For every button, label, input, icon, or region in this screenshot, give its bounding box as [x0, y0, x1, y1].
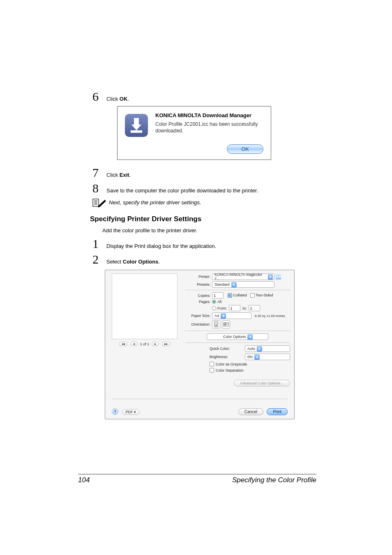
note: Next, specify the printer driver setting… — [92, 198, 314, 207]
dropdown-arrow-icon — [268, 274, 273, 280]
orientation-landscape-button[interactable] — [222, 320, 230, 328]
pages-to-input[interactable] — [249, 305, 260, 311]
step-number: 8 — [92, 181, 105, 195]
pages-from-label: From: — [217, 306, 227, 310]
svg-rect-1 — [131, 130, 142, 133]
ok-button[interactable]: OK — [227, 144, 263, 154]
advanced-color-options-button[interactable]: Advanced Color Options… — [234, 380, 290, 386]
pdf-menu-button[interactable]: PDF ▾ — [122, 409, 140, 415]
brightness-label: Brightness: — [210, 355, 245, 359]
step-1b: 1 Display the Print dialog box for the a… — [92, 237, 314, 251]
step-2b: 2 Select Color Options. — [92, 252, 314, 266]
presets-label: Presets: — [185, 282, 210, 287]
two-sided-checkbox[interactable] — [250, 293, 255, 298]
pages-label: Pages: — [185, 300, 210, 304]
step-text: Display the Print dialog box for the app… — [106, 243, 216, 249]
printer-label: Printer: — [185, 275, 210, 279]
preview-prev-button[interactable]: ◂ — [130, 342, 138, 346]
step-text: Click Exit. — [106, 172, 131, 178]
step-text: Select Color Options. — [106, 259, 160, 265]
step-text: Click OK. — [106, 96, 129, 102]
color-separation-label: Color Separation — [216, 368, 244, 372]
pages-from-input[interactable] — [229, 305, 240, 311]
page-number: 104 — [78, 476, 90, 484]
print-preview-thumbnail — [112, 273, 178, 339]
section-heading: Specifying Printer Driver Settings — [90, 215, 314, 223]
download-manager-dialog: KONICA MINOLTA Download Manager Color Pr… — [117, 106, 271, 160]
step-7: 7 Click Exit. — [92, 166, 314, 180]
svg-rect-2 — [93, 199, 99, 206]
dialog-title: KONICA MINOLTA Download Manager — [155, 112, 263, 118]
preview-last-button[interactable]: ▸▸ — [161, 342, 171, 346]
note-text: Next, specify the printer driver setting… — [109, 199, 201, 206]
grayscale-label: Color as Grayscale — [216, 362, 247, 366]
dropdown-arrow-icon — [247, 334, 253, 340]
step-6: 6 Click OK. — [92, 90, 314, 104]
step-number: 6 — [92, 90, 105, 104]
page-footer: 104 Specifying the Color Profile — [78, 474, 316, 484]
step-text: Save to the computer the color profile d… — [106, 187, 258, 194]
paper-size-select[interactable]: A4 — [212, 312, 251, 319]
orientation-portrait-button[interactable] — [212, 320, 220, 328]
color-separation-checkbox[interactable] — [210, 368, 214, 372]
pages-all-radio[interactable] — [212, 300, 216, 304]
orientation-label: Orientation: — [185, 322, 210, 326]
print-dialog: ◂◂◂ 1 of 1 ▸▸▸ Printer: KONICA MINOLTA m… — [105, 270, 295, 419]
preview-first-button[interactable]: ◂◂ — [119, 342, 128, 346]
section-intro: Add the color profile to the printer dri… — [102, 227, 314, 234]
dropdown-arrow-icon — [254, 354, 260, 360]
dropdown-arrow-icon — [221, 313, 226, 319]
note-icon — [92, 198, 106, 207]
preview-pagination: ◂◂◂ 1 of 1 ▸▸▸ — [112, 342, 178, 346]
print-button[interactable]: Print — [267, 408, 288, 415]
preview-page-indicator: 1 of 1 — [140, 342, 150, 346]
dropdown-arrow-icon — [257, 346, 262, 352]
quick-color-label: Quick Color: — [210, 347, 245, 351]
copies-input[interactable] — [212, 292, 224, 298]
grayscale-checkbox[interactable] — [210, 362, 214, 366]
pages-from-radio[interactable] — [212, 306, 216, 310]
pages-all-label: All — [217, 300, 221, 304]
help-button[interactable]: ? — [112, 408, 118, 415]
cancel-button[interactable]: Cancel — [238, 408, 263, 415]
footer-title: Specifying the Color Profile — [232, 476, 316, 484]
paper-size-dimensions: 8.26 by 11.69 inches — [255, 314, 285, 318]
two-sided-label: Two-Sided — [256, 293, 273, 297]
step-number: 2 — [92, 252, 105, 266]
step-number: 7 — [92, 166, 105, 180]
pages-to-label: to: — [243, 306, 247, 310]
dialog-message: Color Profile JC2001.icc has been succes… — [155, 121, 263, 134]
paper-size-label: Paper Size: — [185, 314, 210, 318]
quick-color-select[interactable]: Auto — [245, 345, 290, 352]
preview-next-button[interactable]: ▸ — [152, 342, 159, 346]
step-number: 1 — [92, 237, 105, 251]
step-8: 8 Save to the computer the color profile… — [92, 181, 314, 195]
printer-select[interactable]: KONICA MINOLTA magicolor 7… — [212, 273, 274, 280]
collated-checkbox[interactable] — [228, 293, 232, 298]
options-panel-select[interactable]: Color Options — [207, 333, 268, 340]
download-manager-app-icon — [123, 112, 150, 139]
collated-label: Collated — [233, 293, 247, 297]
copies-label: Copies: — [185, 294, 210, 298]
brightness-select[interactable]: 0% — [245, 354, 290, 360]
printer-info-button[interactable] — [276, 274, 281, 280]
presets-select[interactable]: Standard — [212, 281, 274, 288]
dropdown-arrow-icon — [231, 282, 237, 287]
